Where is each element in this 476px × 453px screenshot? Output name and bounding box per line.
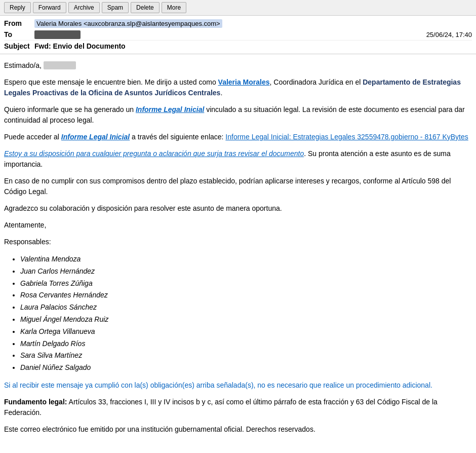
fundamento-label: Fundamento legal: <box>4 398 67 406</box>
email-toolbar: Reply Forward Archive Spam Delete More <box>0 0 476 16</box>
from-address: Valeria Morales <auxcobranza.slp@aislant… <box>34 19 222 28</box>
atentamente: Atentamente, <box>4 220 472 231</box>
informe-label-1: Informe Legal Inicial <box>136 105 204 114</box>
spam-button[interactable]: Spam <box>102 2 129 13</box>
informe-link[interactable]: Informe Legal Inicial: Estrategias Legal… <box>225 133 468 141</box>
list-item: Sara Silva Martínez <box>20 350 472 362</box>
list-item: Daniel Núñez Salgado <box>20 362 472 374</box>
to-value <box>34 30 426 39</box>
to-redacted <box>34 30 81 39</box>
para-intro: Espero que este mensaje le encuentre bie… <box>4 77 472 98</box>
para-agradezco: Agradezco su colaboración y disposición … <box>4 203 472 214</box>
fundamento-text: Artículos 33, fracciones I, III y IV inc… <box>4 398 438 417</box>
to-label: To <box>4 30 34 39</box>
email-date: 25/06/24, 17:40 <box>426 31 472 39</box>
email-header: From Valeria Morales <auxcobranza.slp@ai… <box>0 16 476 54</box>
sender-name: Valeria Morales <box>218 78 270 86</box>
footer-text: Este correo electrónico fue emitido por … <box>4 424 472 435</box>
list-item: Valentina Mendoza <box>20 253 472 266</box>
informe-label-2: Informe Legal Inicial <box>61 133 130 141</box>
responsables-title: Responsables: <box>4 237 472 247</box>
para-disposicion: Estoy a su disposición para cualquier pr… <box>4 148 472 170</box>
more-button[interactable]: More <box>162 2 186 13</box>
subject-row: Subject Fwd: Envio del Documento <box>4 40 472 52</box>
reply-button[interactable]: Reply <box>4 2 31 13</box>
email-body: Estimado/a, Espero que este mensaje le e… <box>0 54 476 447</box>
para-link: Puede acceder al Informe Legal Inicial a… <box>4 132 472 142</box>
from-value: Valeria Morales <auxcobranza.slp@aislant… <box>34 19 472 27</box>
list-item: Martín Delgado Ríos <box>20 338 472 350</box>
para-informe: Quiero informarle que se ha generado un … <box>4 104 472 126</box>
from-row: From Valeria Morales <auxcobranza.slp@ai… <box>4 18 472 29</box>
subject-value: Fwd: Envio del Documento <box>34 42 126 50</box>
responsables-list: Valentina Mendoza Juan Carlos Hernández … <box>20 253 472 374</box>
para-incumplimiento: En caso de no cumplir con sus compromiso… <box>4 176 472 197</box>
archive-button[interactable]: Archive <box>68 2 100 13</box>
list-item: Miguel Ángel Mendoza Ruiz <box>20 314 472 326</box>
delete-button[interactable]: Delete <box>131 2 160 13</box>
list-item: Karla Ortega Villanueva <box>20 326 472 338</box>
list-item: Gabriela Torres Zúñiga <box>20 278 472 290</box>
from-label: From <box>4 19 34 27</box>
fundamento-paragraph: Fundamento legal: Artículos 33, fraccion… <box>4 397 472 418</box>
list-item: Laura Palacios Sánchez <box>20 301 472 314</box>
salutation: Estimado/a, <box>4 60 472 71</box>
to-row: To 25/06/24, 17:40 <box>4 29 472 40</box>
italic-disposicion: Estoy a su disposición para cualquier pr… <box>4 149 304 158</box>
list-item: Juan Carlos Hernández <box>20 266 472 278</box>
list-item: Rosa Cervantes Hernández <box>20 289 472 301</box>
forward-button[interactable]: Forward <box>33 2 66 13</box>
subject-label: Subject <box>4 42 34 50</box>
note-paragraph: Si al recibir este mensaje ya cumplió co… <box>4 380 472 391</box>
